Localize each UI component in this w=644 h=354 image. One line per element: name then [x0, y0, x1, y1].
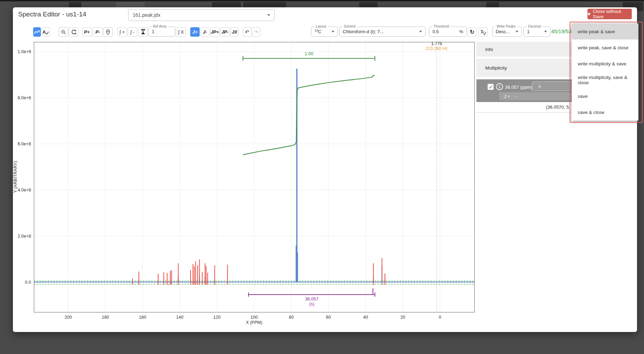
- j-add-button[interactable]: J+: [190, 27, 200, 37]
- integral-remove-button[interactable]: ∫ -: [128, 27, 137, 37]
- chevron-down-icon: [544, 31, 547, 32]
- threshold-unit: %: [459, 29, 463, 34]
- jp-remove-button[interactable]: JP-: [220, 27, 230, 37]
- integral-value-label: 1.00: [304, 51, 313, 56]
- multiplet-shift-label: 36.057 (ppm): [505, 85, 532, 90]
- auto-ranges-button[interactable]: A: [42, 27, 50, 37]
- check-icon: [489, 85, 493, 89]
- background-tab: [486, 2, 499, 8]
- j-remove-label: J-: [203, 29, 207, 35]
- line-tool-button[interactable]: [33, 27, 41, 37]
- ref-area-value: 1: [152, 29, 172, 34]
- peak-markers[interactable]: [133, 258, 385, 285]
- peak-pin-button[interactable]: [103, 27, 113, 37]
- recalculate-button[interactable]: ↻: [468, 27, 476, 37]
- peak-remove-label: P-: [96, 29, 100, 35]
- menu-item[interactable]: write peak & save: [572, 23, 638, 39]
- info-section-label: Info: [485, 47, 493, 52]
- coordinates-text: (36.0570, 5.: [546, 104, 570, 110]
- svg-text:20: 20: [400, 315, 405, 320]
- y-axis-title: Y (ARBITRARY): [13, 152, 18, 201]
- integral-add-button[interactable]: ∫ +: [117, 27, 127, 37]
- write-peaks-select[interactable]: Write Peaks Desc...: [492, 27, 522, 37]
- layout-value: C: [318, 29, 321, 35]
- refresh-icon: ↻: [470, 29, 474, 35]
- solvent-select[interactable]: Solvent Chloroform-d (t): 7...: [339, 27, 425, 37]
- magnifier-icon: [61, 29, 66, 35]
- background-tab: [359, 2, 378, 8]
- x-axis-title: X (PPM): [226, 320, 282, 325]
- write-peaks-value: Desc...: [496, 29, 516, 34]
- threshold-lines: [34, 281, 475, 284]
- layout-select[interactable]: Layout 13C: [311, 27, 338, 37]
- svg-text:80: 80: [289, 315, 294, 320]
- dialog-title: Spectra Editor - us1-14: [18, 10, 86, 18]
- multiplet-checkbox[interactable]: [488, 84, 494, 90]
- peak-remove-button[interactable]: P-: [93, 27, 103, 37]
- svg-text:120: 120: [213, 315, 221, 320]
- decimal-value: 1: [527, 29, 544, 34]
- peaks-check-icon: [480, 29, 486, 35]
- svg-text:40: 40: [363, 315, 368, 320]
- undo-button[interactable]: ↶: [243, 27, 251, 37]
- screen: Spectra Editor - us1-14 161.peak.jdx ✖ C…: [0, 0, 644, 354]
- peak-add-button[interactable]: P+: [82, 27, 92, 37]
- svg-text:100: 100: [251, 315, 258, 320]
- jx-button[interactable]: JX: [230, 27, 239, 37]
- chevron-down-icon: [332, 31, 334, 32]
- ref-area-field[interactable]: Ref Area 1: [148, 27, 175, 37]
- line-chart-icon: [34, 30, 40, 35]
- auto-peak-check-button[interactable]: [479, 27, 488, 37]
- jp-add-button[interactable]: JP+: [210, 27, 220, 37]
- integral[interactable]: 1.00: [243, 51, 375, 155]
- solvent-legend: Solvent: [342, 24, 357, 28]
- j-remove-button[interactable]: J-: [200, 27, 209, 37]
- spectrum-file-name: 161.peak.jdx: [133, 12, 267, 18]
- threshold-field[interactable]: Threshold 0.5 %: [429, 27, 467, 37]
- menu-item[interactable]: write multiplicity & save: [572, 56, 638, 72]
- spectrum-plot[interactable]: 2001801601401201008060402000.02.0e+84.0e…: [34, 42, 475, 312]
- cursor-hz-label: 223.260 Hz: [419, 46, 454, 51]
- decimal-select[interactable]: Decimal 1: [524, 27, 550, 37]
- svg-text:4.0e+8: 4.0e+8: [17, 188, 31, 193]
- svg-text:60: 60: [326, 315, 331, 320]
- close-without-save-button[interactable]: ✖ Close without Save: [587, 9, 632, 19]
- menu-item[interactable]: save: [572, 88, 638, 104]
- plot-border: [34, 42, 475, 312]
- spectra-editor-dialog: Spectra Editor - us1-14 161.peak.jdx ✖ C…: [13, 7, 637, 332]
- menu-item[interactable]: write peak, save & close: [572, 39, 638, 56]
- baseline-button[interactable]: [138, 27, 148, 37]
- spectrum-svg: 2001801601401201008060402000.02.0e+84.0e…: [34, 42, 475, 312]
- zoom-reset-button[interactable]: [69, 27, 79, 37]
- grid: [34, 42, 475, 312]
- svg-text:0.0: 0.0: [25, 280, 31, 285]
- integral-clear-button[interactable]: ∫ X: [176, 27, 186, 37]
- multiplet-index-badge: 1: [496, 83, 503, 90]
- integral-clear-label: ∫ X: [178, 29, 184, 35]
- reset-zoom-icon: [71, 29, 77, 35]
- spectrum-file-select[interactable]: 161.peak.jdx: [128, 9, 275, 21]
- check-icon: [45, 31, 49, 35]
- close-icon: ✖: [587, 12, 591, 16]
- tick-labels: 2001801601401201008060402000.02.0e+84.0e…: [17, 49, 441, 320]
- j-label: J =: [504, 94, 510, 99]
- multiplet-index: 1: [498, 84, 501, 89]
- chevron-down-icon: [419, 31, 422, 32]
- redo-button[interactable]: ↷: [252, 27, 260, 37]
- chevron-down-icon: [267, 14, 270, 16]
- svg-text:140: 140: [176, 315, 184, 320]
- multiplicity-section-label: Multiplicity: [485, 65, 507, 71]
- menu-item[interactable]: write multiplicity, save & close: [572, 72, 638, 88]
- undo-icon: ↶: [245, 29, 250, 35]
- zoom-select-button[interactable]: [59, 27, 68, 37]
- spectrum-trace: [34, 69, 475, 283]
- svg-text:180: 180: [102, 315, 109, 320]
- svg-text:8.0e+8: 8.0e+8: [17, 95, 31, 100]
- layout-legend: Layout: [314, 24, 327, 28]
- menu-item[interactable]: save & close: [572, 104, 638, 121]
- hourglass-icon: [141, 29, 146, 35]
- j-add-label: J+: [192, 29, 198, 35]
- multiplet-shift-label: 36.057: [305, 297, 318, 302]
- layout-sup: 13: [314, 29, 318, 32]
- multiplet-bracket[interactable]: 36.057(s): [249, 288, 375, 306]
